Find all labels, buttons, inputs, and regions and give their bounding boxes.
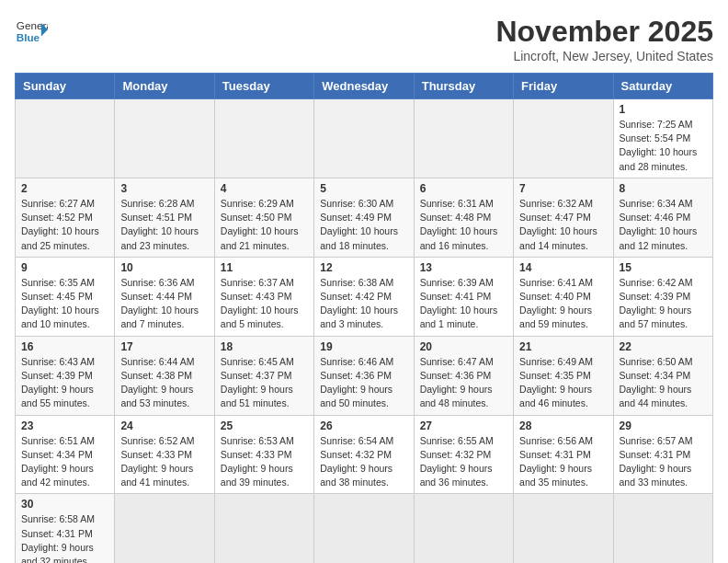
day-cell bbox=[115, 494, 214, 563]
day-info: Sunrise: 6:31 AM Sunset: 4:48 PM Dayligh… bbox=[420, 197, 507, 253]
week-row-2: 9Sunrise: 6:35 AM Sunset: 4:45 PM Daylig… bbox=[16, 257, 713, 336]
day-number: 12 bbox=[320, 261, 407, 274]
week-row-3: 16Sunrise: 6:43 AM Sunset: 4:39 PM Dayli… bbox=[16, 336, 713, 415]
day-number: 14 bbox=[519, 261, 607, 274]
day-info: Sunrise: 6:57 AM Sunset: 4:31 PM Dayligh… bbox=[620, 434, 707, 490]
day-cell bbox=[314, 99, 414, 178]
day-cell bbox=[414, 99, 513, 178]
day-info: Sunrise: 6:55 AM Sunset: 4:32 PM Dayligh… bbox=[420, 434, 507, 490]
day-cell: 12Sunrise: 6:38 AM Sunset: 4:42 PM Dayli… bbox=[314, 257, 414, 336]
day-header-sunday: Sunday bbox=[16, 74, 115, 99]
day-number: 23 bbox=[21, 419, 108, 432]
day-number: 4 bbox=[221, 182, 308, 195]
calendar: SundayMondayTuesdayWednesdayThursdayFrid… bbox=[15, 73, 713, 563]
day-number: 9 bbox=[21, 261, 108, 274]
day-info: Sunrise: 6:52 AM Sunset: 4:33 PM Dayligh… bbox=[120, 434, 208, 490]
day-number: 10 bbox=[120, 261, 208, 274]
day-cell: 2Sunrise: 6:27 AM Sunset: 4:52 PM Daylig… bbox=[16, 178, 115, 257]
day-cell bbox=[214, 99, 313, 178]
day-cell bbox=[314, 494, 414, 563]
day-number: 25 bbox=[221, 419, 308, 432]
day-cell: 26Sunrise: 6:54 AM Sunset: 4:32 PM Dayli… bbox=[314, 415, 414, 494]
logo: General Blue bbox=[15, 15, 48, 48]
day-number: 26 bbox=[320, 419, 407, 432]
day-cell: 20Sunrise: 6:47 AM Sunset: 4:36 PM Dayli… bbox=[414, 336, 513, 415]
day-cell: 11Sunrise: 6:37 AM Sunset: 4:43 PM Dayli… bbox=[214, 257, 313, 336]
day-header-wednesday: Wednesday bbox=[314, 74, 414, 99]
day-info: Sunrise: 6:32 AM Sunset: 4:47 PM Dayligh… bbox=[519, 197, 607, 253]
day-info: Sunrise: 6:58 AM Sunset: 4:31 PM Dayligh… bbox=[21, 512, 108, 563]
day-info: Sunrise: 6:42 AM Sunset: 4:39 PM Dayligh… bbox=[620, 276, 707, 332]
day-number: 19 bbox=[320, 340, 407, 353]
day-cell: 10Sunrise: 6:36 AM Sunset: 4:44 PM Dayli… bbox=[115, 257, 214, 336]
day-header-friday: Friday bbox=[514, 74, 613, 99]
month-title: November 2025 bbox=[495, 15, 713, 49]
day-number: 22 bbox=[620, 340, 707, 353]
day-number: 27 bbox=[420, 419, 507, 432]
logo-icon: General Blue bbox=[15, 15, 48, 48]
day-cell: 23Sunrise: 6:51 AM Sunset: 4:34 PM Dayli… bbox=[16, 415, 115, 494]
day-cell: 1Sunrise: 7:25 AM Sunset: 5:54 PM Daylig… bbox=[613, 99, 712, 178]
day-info: Sunrise: 6:29 AM Sunset: 4:50 PM Dayligh… bbox=[221, 197, 308, 253]
day-number: 28 bbox=[519, 419, 607, 432]
day-cell: 17Sunrise: 6:44 AM Sunset: 4:38 PM Dayli… bbox=[115, 336, 214, 415]
day-cell bbox=[214, 494, 313, 563]
day-cell: 4Sunrise: 6:29 AM Sunset: 4:50 PM Daylig… bbox=[214, 178, 313, 257]
day-number: 2 bbox=[21, 182, 108, 195]
day-info: Sunrise: 6:45 AM Sunset: 4:37 PM Dayligh… bbox=[221, 355, 308, 411]
day-cell: 22Sunrise: 6:50 AM Sunset: 4:34 PM Dayli… bbox=[613, 336, 712, 415]
day-info: Sunrise: 6:49 AM Sunset: 4:35 PM Dayligh… bbox=[519, 355, 607, 411]
day-number: 5 bbox=[320, 182, 407, 195]
day-number: 3 bbox=[120, 182, 208, 195]
day-number: 1 bbox=[620, 103, 707, 116]
day-cell: 3Sunrise: 6:28 AM Sunset: 4:51 PM Daylig… bbox=[115, 178, 214, 257]
day-cell: 6Sunrise: 6:31 AM Sunset: 4:48 PM Daylig… bbox=[414, 178, 513, 257]
week-row-4: 23Sunrise: 6:51 AM Sunset: 4:34 PM Dayli… bbox=[16, 415, 713, 494]
day-number: 29 bbox=[620, 419, 707, 432]
day-number: 18 bbox=[221, 340, 308, 353]
day-cell bbox=[414, 494, 513, 563]
day-info: Sunrise: 6:35 AM Sunset: 4:45 PM Dayligh… bbox=[21, 276, 108, 332]
day-info: Sunrise: 6:44 AM Sunset: 4:38 PM Dayligh… bbox=[120, 355, 208, 411]
svg-text:Blue: Blue bbox=[17, 31, 40, 43]
day-cell: 19Sunrise: 6:46 AM Sunset: 4:36 PM Dayli… bbox=[314, 336, 414, 415]
day-cell bbox=[613, 494, 712, 563]
day-info: Sunrise: 6:41 AM Sunset: 4:40 PM Dayligh… bbox=[519, 276, 607, 332]
day-info: Sunrise: 6:56 AM Sunset: 4:31 PM Dayligh… bbox=[519, 434, 607, 490]
day-cell: 30Sunrise: 6:58 AM Sunset: 4:31 PM Dayli… bbox=[16, 494, 115, 563]
day-info: Sunrise: 6:53 AM Sunset: 4:33 PM Dayligh… bbox=[221, 434, 308, 490]
day-cell: 7Sunrise: 6:32 AM Sunset: 4:47 PM Daylig… bbox=[514, 178, 613, 257]
week-row-0: 1Sunrise: 7:25 AM Sunset: 5:54 PM Daylig… bbox=[16, 99, 713, 178]
day-cell: 18Sunrise: 6:45 AM Sunset: 4:37 PM Dayli… bbox=[214, 336, 313, 415]
day-info: Sunrise: 6:43 AM Sunset: 4:39 PM Dayligh… bbox=[21, 355, 108, 411]
day-number: 11 bbox=[221, 261, 308, 274]
day-info: Sunrise: 6:46 AM Sunset: 4:36 PM Dayligh… bbox=[320, 355, 407, 411]
day-number: 7 bbox=[519, 182, 607, 195]
day-info: Sunrise: 6:38 AM Sunset: 4:42 PM Dayligh… bbox=[320, 276, 407, 332]
day-number: 16 bbox=[21, 340, 108, 353]
day-number: 24 bbox=[120, 419, 208, 432]
day-info: Sunrise: 6:27 AM Sunset: 4:52 PM Dayligh… bbox=[21, 197, 108, 253]
day-cell: 8Sunrise: 6:34 AM Sunset: 4:46 PM Daylig… bbox=[613, 178, 712, 257]
day-info: Sunrise: 6:28 AM Sunset: 4:51 PM Dayligh… bbox=[120, 197, 208, 253]
day-cell: 14Sunrise: 6:41 AM Sunset: 4:40 PM Dayli… bbox=[514, 257, 613, 336]
day-cell: 13Sunrise: 6:39 AM Sunset: 4:41 PM Dayli… bbox=[414, 257, 513, 336]
day-info: Sunrise: 6:34 AM Sunset: 4:46 PM Dayligh… bbox=[620, 197, 707, 253]
day-number: 17 bbox=[120, 340, 208, 353]
day-number: 20 bbox=[420, 340, 507, 353]
day-cell bbox=[514, 494, 613, 563]
day-cell: 25Sunrise: 6:53 AM Sunset: 4:33 PM Dayli… bbox=[214, 415, 313, 494]
day-cell: 28Sunrise: 6:56 AM Sunset: 4:31 PM Dayli… bbox=[514, 415, 613, 494]
day-cell: 29Sunrise: 6:57 AM Sunset: 4:31 PM Dayli… bbox=[613, 415, 712, 494]
day-info: Sunrise: 6:36 AM Sunset: 4:44 PM Dayligh… bbox=[120, 276, 208, 332]
day-number: 15 bbox=[620, 261, 707, 274]
day-cell: 9Sunrise: 6:35 AM Sunset: 4:45 PM Daylig… bbox=[16, 257, 115, 336]
day-cell: 16Sunrise: 6:43 AM Sunset: 4:39 PM Dayli… bbox=[16, 336, 115, 415]
day-cell bbox=[514, 99, 613, 178]
day-number: 30 bbox=[21, 498, 108, 511]
day-header-saturday: Saturday bbox=[613, 74, 712, 99]
day-info: Sunrise: 6:54 AM Sunset: 4:32 PM Dayligh… bbox=[320, 434, 407, 490]
day-info: Sunrise: 6:37 AM Sunset: 4:43 PM Dayligh… bbox=[221, 276, 308, 332]
day-info: Sunrise: 6:30 AM Sunset: 4:49 PM Dayligh… bbox=[320, 197, 407, 253]
location: Lincroft, New Jersey, United States bbox=[495, 49, 713, 63]
